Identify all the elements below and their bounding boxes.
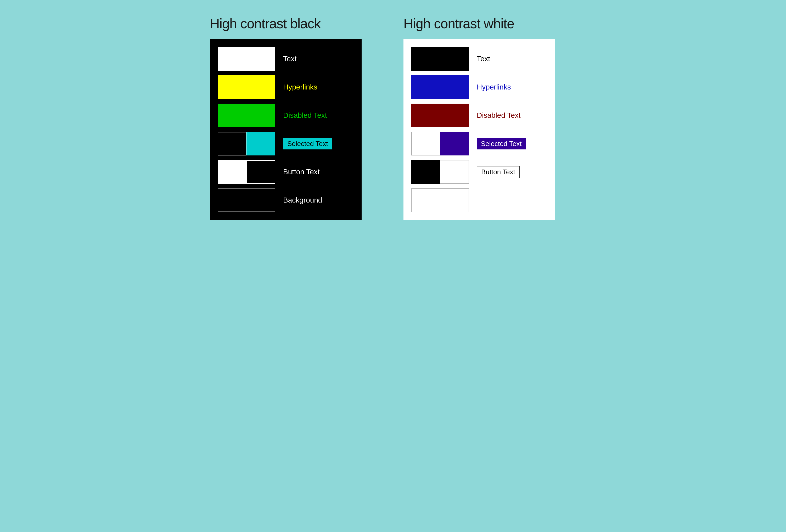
black-background-row: Background — [218, 188, 354, 212]
white-button-swatch-bg — [411, 160, 440, 184]
white-selected-swatch-fg — [440, 132, 469, 156]
white-text-label: Text — [477, 55, 490, 63]
white-disabled-label: Disabled Text — [477, 111, 521, 120]
black-text-row: Text — [218, 47, 354, 71]
white-button-swatches — [411, 160, 469, 184]
white-text-row: Text — [411, 47, 547, 71]
black-button-swatch-bg — [218, 160, 247, 184]
black-selected-row: Selected Text — [218, 132, 354, 156]
black-button-swatches — [218, 160, 275, 184]
white-background-row — [411, 188, 547, 212]
black-section: High contrast black Text Hyperlinks Disa… — [210, 16, 383, 220]
white-button-row: Button Text — [411, 160, 547, 184]
black-hyperlinks-label: Hyperlinks — [283, 83, 317, 91]
white-text-swatch — [411, 47, 469, 71]
black-hyperlinks-row: Hyperlinks — [218, 75, 354, 99]
white-hyperlinks-swatch — [411, 75, 469, 99]
white-hyperlinks-label: Hyperlinks — [477, 83, 511, 91]
black-selected-swatches — [218, 132, 275, 156]
white-disabled-swatch — [411, 103, 469, 127]
black-text-label: Text — [283, 55, 297, 63]
white-selected-swatch-bg — [411, 132, 440, 156]
black-disabled-row: Disabled Text — [218, 103, 354, 127]
black-selected-swatch-fg — [247, 132, 275, 156]
white-selected-swatches — [411, 132, 469, 156]
white-background-swatch — [411, 188, 469, 212]
black-hyperlinks-swatch — [218, 75, 275, 99]
white-selected-label: Selected Text — [477, 138, 526, 149]
white-section-title: High contrast white — [403, 16, 514, 31]
black-background-swatch — [218, 188, 275, 212]
page-wrapper: High contrast black Text Hyperlinks Disa… — [210, 16, 576, 220]
black-section-title: High contrast black — [210, 16, 321, 31]
white-panel: Text Hyperlinks Disabled Text Selected T… — [403, 39, 555, 220]
black-button-row: Button Text — [218, 160, 354, 184]
black-button-swatch-fg — [247, 160, 275, 184]
black-disabled-swatch — [218, 103, 275, 127]
white-hyperlinks-row: Hyperlinks — [411, 75, 547, 99]
white-button-swatch-fg — [440, 160, 469, 184]
black-button-label: Button Text — [283, 168, 320, 176]
white-disabled-row: Disabled Text — [411, 103, 547, 127]
white-selected-row: Selected Text — [411, 132, 547, 156]
black-text-swatch — [218, 47, 275, 71]
black-selected-swatch-bg — [218, 132, 247, 156]
black-panel: Text Hyperlinks Disabled Text Selected T… — [210, 39, 362, 220]
black-disabled-label: Disabled Text — [283, 111, 327, 120]
black-selected-label: Selected Text — [283, 138, 332, 149]
black-background-label: Background — [283, 196, 322, 204]
white-section: High contrast white Text Hyperlinks Disa… — [403, 16, 576, 220]
white-button-label: Button Text — [477, 166, 519, 178]
